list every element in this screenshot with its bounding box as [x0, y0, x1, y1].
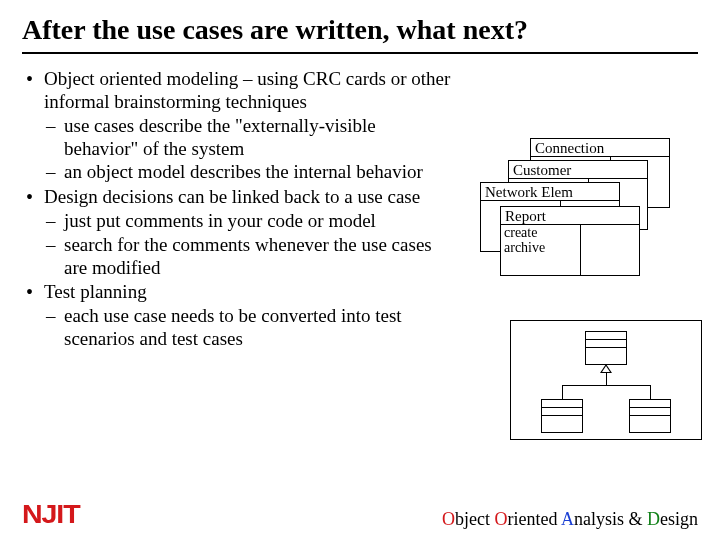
bullet-1-sub-1: use cases describe the "externally-visib…: [44, 115, 452, 161]
uml-child-class-2: [629, 399, 671, 433]
njit-logo: NJIT: [22, 499, 80, 530]
crc-resp-create: create: [504, 225, 537, 240]
letter-d: D: [647, 509, 660, 529]
uml-diagram: [510, 320, 702, 440]
bullet-2-text: Design decisions can be linked back to a…: [44, 186, 420, 207]
word-design: esign: [660, 509, 698, 529]
crc-card-customer: Customer: [509, 161, 647, 179]
word-oriented: riented: [508, 509, 561, 529]
bullet-3-sub-1: each use case needs to be converted into…: [44, 305, 452, 351]
bullet-2: Design decisions can be linked back to a…: [22, 186, 452, 279]
crc-card-report: Report: [501, 207, 639, 225]
bullet-2-sub-1: just put comments in your code or model: [44, 210, 452, 233]
bullet-3: Test planning each use case needs to be …: [22, 281, 452, 350]
slide-title: After the use cases are written, what ne…: [22, 14, 698, 54]
uml-child-class-1: [541, 399, 583, 433]
letter-o1: O: [442, 509, 455, 529]
word-object: bject: [455, 509, 494, 529]
bullet-3-text: Test planning: [44, 281, 147, 302]
word-analysis: nalysis &: [574, 509, 647, 529]
inheritance-arrow-icon: [600, 364, 612, 373]
letter-o2: O: [495, 509, 508, 529]
crc-resp-archive: archive: [504, 240, 545, 255]
crc-diagram: Connection Customer Network Elem Report …: [460, 78, 700, 298]
letter-a: A: [561, 509, 574, 529]
bullet-2-sub-2: search for the comments whenever the use…: [44, 234, 452, 280]
crc-card-network-elem: Network Elem: [481, 183, 619, 201]
course-title: Object Oriented Analysis & Design: [442, 509, 698, 530]
bullet-1-text: Object oriented modeling – using CRC car…: [44, 68, 450, 112]
body-text: Object oriented modeling – using CRC car…: [22, 68, 452, 353]
bullet-1: Object oriented modeling – using CRC car…: [22, 68, 452, 184]
bullet-1-sub-2: an object model describes the internal b…: [44, 161, 452, 184]
uml-parent-class: [585, 331, 627, 365]
crc-card-connection: Connection: [531, 139, 669, 157]
